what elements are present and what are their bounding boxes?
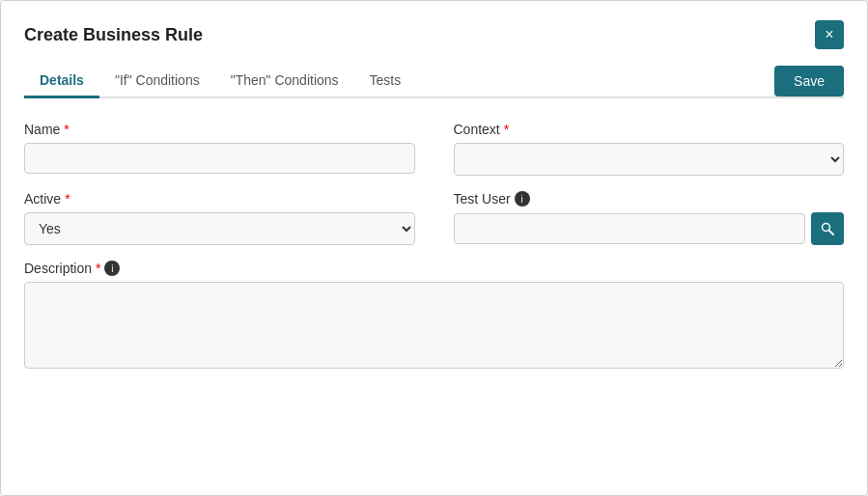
tab-details[interactable]: Details: [24, 65, 99, 98]
modal-title: Create Business Rule: [24, 25, 203, 45]
modal-header: Create Business Rule ×: [24, 20, 844, 49]
create-business-rule-modal: Create Business Rule × Details "If" Cond…: [0, 0, 868, 496]
svg-point-0: [823, 224, 830, 232]
tab-if-conditions[interactable]: "If" Conditions: [99, 65, 215, 98]
tabs-row: Details "If" Conditions "Then" Condition…: [24, 65, 844, 98]
search-icon: [820, 221, 835, 236]
active-select[interactable]: Yes No: [24, 212, 415, 245]
active-required: *: [65, 191, 70, 207]
name-label: Name *: [24, 122, 415, 137]
tab-then-conditions[interactable]: "Then" Conditions: [215, 65, 354, 98]
description-info-icon: i: [104, 261, 120, 276]
active-label: Active *: [24, 191, 415, 207]
test-user-search-button[interactable]: [811, 212, 844, 245]
save-button[interactable]: Save: [774, 66, 844, 96]
tab-tests[interactable]: Tests: [354, 65, 417, 98]
description-required: *: [96, 261, 100, 276]
name-input[interactable]: [24, 143, 415, 174]
test-user-label: Test User i: [454, 191, 845, 207]
form-body: Name * Context * Active * Yes No: [24, 122, 844, 369]
active-field-group: Active * Yes No: [24, 191, 415, 245]
name-field-group: Name *: [24, 122, 415, 176]
close-button[interactable]: ×: [815, 20, 844, 49]
context-required: *: [504, 122, 509, 137]
test-user-field-group: Test User i: [454, 191, 845, 245]
context-select[interactable]: [454, 143, 845, 176]
svg-line-1: [829, 231, 833, 234]
name-required: *: [64, 122, 69, 137]
description-label: Description * i: [24, 261, 844, 276]
context-label: Context *: [454, 122, 845, 137]
test-user-info-icon: i: [515, 191, 530, 207]
description-textarea[interactable]: [24, 282, 844, 369]
test-user-row: [454, 212, 845, 245]
tabs-list: Details "If" Conditions "Then" Condition…: [24, 65, 416, 96]
test-user-input[interactable]: [454, 213, 806, 244]
description-field-group: Description * i: [24, 261, 844, 369]
context-field-group: Context *: [454, 122, 845, 176]
